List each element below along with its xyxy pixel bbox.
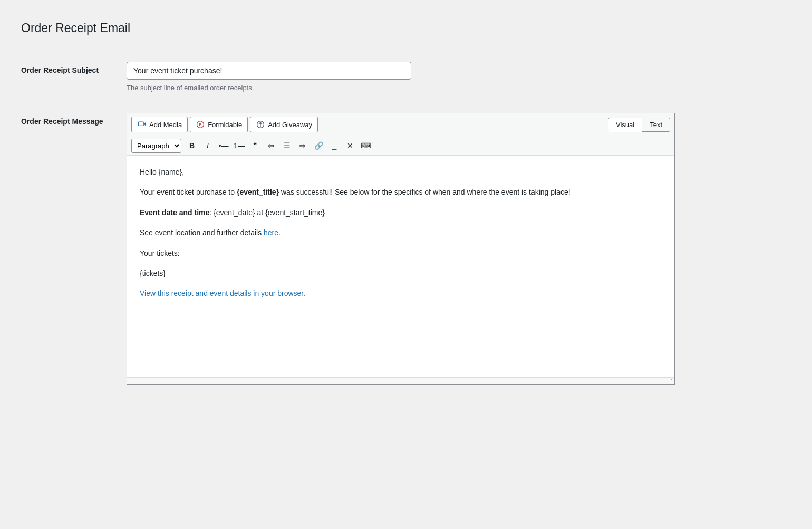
add-giveaway-icon [256,120,265,129]
align-right-icon: ⇨ [299,141,306,150]
blockquote-icon: ❞ [253,141,257,150]
bold-button[interactable]: B [185,138,199,153]
editor-content[interactable]: Hello {name}, Your event ticket purchase… [127,156,674,377]
editor-toolbar-top: Add Media F Formidable [127,113,674,136]
link-button[interactable]: 🔗 [311,138,326,153]
align-left-button[interactable]: ⇦ [264,138,278,153]
subject-row: Order Receipt Subject The subject line o… [21,51,791,102]
paragraph-select[interactable]: Paragraph Heading 1 Heading 2 Heading 3 [131,139,181,153]
align-left-icon: ⇦ [268,141,274,150]
here-link[interactable]: here [264,228,278,237]
align-right-button[interactable]: ⇨ [295,138,310,153]
message-label: Order Receipt Message [21,102,127,396]
ul-icon: •— [219,141,229,150]
settings-form: Order Receipt Subject The subject line o… [21,51,791,396]
message-field-cell: Add Media F Formidable [127,102,791,396]
tickets-label-paragraph: Your tickets: [140,247,662,259]
formidable-label: Formidable [208,121,242,129]
italic-icon: I [207,141,209,150]
view-tabs: Visual Text [608,118,670,132]
editor-footer: ⋰ [127,377,674,384]
blockquote-button[interactable]: ❞ [248,138,263,153]
svg-marker-1 [143,122,146,126]
align-center-icon: ☰ [284,141,291,150]
editor-container: Add Media F Formidable [127,113,675,385]
bold-icon: B [189,141,195,150]
add-giveaway-button[interactable]: Add Giveaway [250,117,318,132]
visual-tab[interactable]: Visual [608,118,642,132]
purchase-paragraph: Your event ticket purchase to {event_tit… [140,186,662,198]
tickets-placeholder-paragraph: {tickets} [140,267,662,279]
add-media-button[interactable]: Add Media [131,117,188,132]
ol-icon: 1— [234,141,245,150]
add-giveaway-label: Add Giveaway [268,121,312,129]
link-icon: 🔗 [314,141,323,150]
add-media-label: Add Media [149,121,182,129]
message-row: Order Receipt Message [21,102,791,396]
toolbar-buttons-left: Add Media F Formidable [131,117,318,132]
subject-label: Order Receipt Subject [21,51,127,102]
readmore-icon: ✕ [347,141,353,150]
page-title: Order Receipt Email [21,21,791,35]
subject-description: The subject line of emailed order receip… [127,84,791,92]
view-receipt-paragraph: View this receipt and event details in y… [140,287,662,299]
ol-button[interactable]: 1— [232,138,247,153]
hr-button[interactable]: ⎯ [327,138,342,153]
text-tab[interactable]: Text [642,118,670,132]
readmore-button[interactable]: ✕ [343,138,357,153]
subject-input[interactable] [127,62,411,80]
align-center-button[interactable]: ☰ [279,138,294,153]
svg-rect-0 [139,122,144,126]
italic-button[interactable]: I [200,138,215,153]
svg-text:F: F [199,122,202,127]
keyboard-icon: ⌨ [361,141,371,150]
view-receipt-link[interactable]: View this receipt and event details in y… [140,289,305,297]
see-event-paragraph: See event location and further details h… [140,227,662,238]
greeting-paragraph: Hello {name}, [140,166,662,178]
formidable-button[interactable]: F Formidable [190,117,248,132]
keyboard-button[interactable]: ⌨ [359,138,373,153]
hr-icon: ⎯ [332,141,336,150]
svg-rect-5 [259,123,262,124]
formidable-icon: F [196,120,205,129]
event-date-label: Event date and time [140,208,209,217]
resize-handle[interactable]: ⋰ [667,378,672,384]
event-date-paragraph: Event date and time: {event_date} at {ev… [140,207,662,218]
subject-field-cell: The subject line of emailed order receip… [127,51,791,102]
add-media-icon [137,120,147,129]
event-title-bold: {event_title} [237,188,279,196]
ul-button[interactable]: •— [216,138,231,153]
editor-format-bar: Paragraph Heading 1 Heading 2 Heading 3 … [127,136,674,156]
